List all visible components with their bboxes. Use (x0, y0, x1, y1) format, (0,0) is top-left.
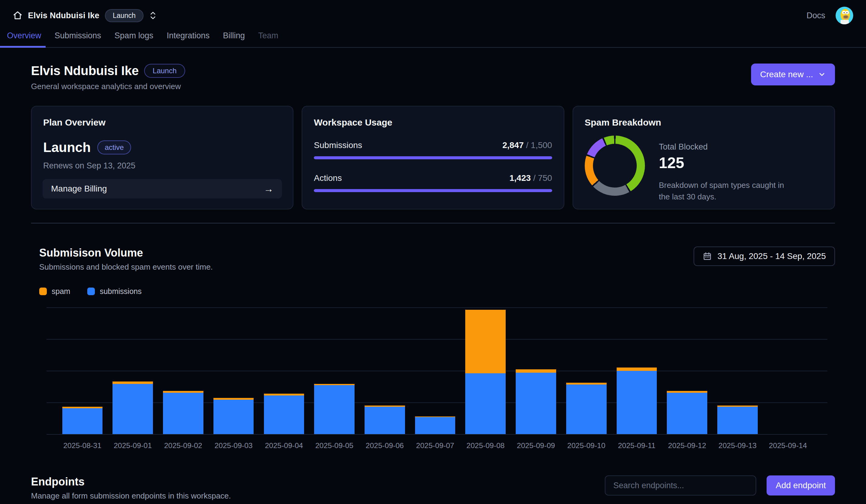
usage-row-submissions: Submissions 2,847 / 1,500 (314, 141, 552, 159)
plan-badge: Launch (105, 9, 144, 22)
submissions-segment (163, 393, 203, 434)
bar-chart-bars (46, 307, 828, 434)
submission-volume-section: Submisison Volume Submissions and blocke… (31, 247, 835, 450)
spam-description: Breakdown of spam types caught in the la… (659, 180, 793, 202)
section-divider (31, 223, 835, 223)
workspace-name: Elvis Ndubuisi Ike (28, 11, 99, 20)
date-range-text: 31 Aug, 2025 - 14 Sep, 2025 (717, 251, 826, 261)
x-tick-label: 2025-09-13 (712, 441, 763, 450)
usage-quota: / 1,500 (526, 141, 552, 150)
usage-used: 2,847 (502, 141, 524, 150)
manage-billing-button[interactable]: Manage Billing → (43, 179, 282, 199)
bar-2025-09-06 (359, 307, 410, 434)
arrow-right-icon: → (264, 184, 273, 194)
submissions-segment (566, 384, 607, 434)
bar-2025-09-13 (712, 307, 763, 434)
bar-2025-09-02 (158, 307, 208, 434)
tab-spam-logs[interactable]: Spam logs (115, 31, 154, 47)
spam-segment (617, 368, 657, 371)
submissions-segment (415, 417, 455, 434)
progress-track (314, 189, 552, 192)
x-tick-label: 2025-09-07 (410, 441, 460, 450)
page-title: Elvis Ndubuisi Ike (31, 64, 138, 78)
endpoints-section: Endpoints Manage all form submission end… (31, 475, 835, 501)
submissions-segment (516, 373, 556, 434)
x-tick-label: 2025-09-06 (359, 441, 410, 450)
x-tick-label: 2025-09-08 (460, 441, 511, 450)
legend-item-spam: spam (39, 287, 70, 296)
status-badge: active (97, 141, 131, 154)
spam-segment (516, 369, 556, 372)
usage-label: Actions (314, 173, 342, 183)
progress-track (314, 156, 552, 159)
bar-2025-09-01 (108, 307, 158, 434)
create-new-button[interactable]: Create new ... (751, 64, 835, 86)
x-tick-label: 2025-09-09 (511, 441, 561, 450)
endpoints-subtitle: Manage all form submission endpoints in … (31, 491, 231, 501)
tab-team[interactable]: Team (258, 31, 278, 47)
x-tick-label: 2025-09-01 (108, 441, 158, 450)
submissions-segment (112, 384, 153, 434)
total-blocked-value: 125 (659, 154, 793, 172)
usage-label: Submissions (314, 141, 362, 150)
bar-2025-09-09 (511, 307, 561, 434)
avatar[interactable] (836, 7, 853, 24)
submissions-segment (314, 385, 355, 434)
tab-integrations[interactable]: Integrations (167, 31, 210, 47)
spam-donut-chart (585, 136, 645, 196)
x-tick-label: 2025-09-14 (763, 441, 813, 450)
workspace-switcher-icon[interactable] (149, 11, 157, 20)
tab-billing[interactable]: Billing (223, 31, 245, 47)
workspace-usage-card: Workspace Usage Submissions 2,847 / 1,50… (302, 106, 564, 210)
plan-name: Launch (43, 140, 91, 155)
x-tick-label: 2025-09-05 (309, 441, 360, 450)
spam-segment (465, 310, 506, 373)
summary-cards: Plan Overview Launch active Renews on Se… (31, 106, 835, 210)
tab-submissions[interactable]: Submissions (55, 31, 101, 47)
create-new-label: Create new ... (760, 70, 813, 79)
add-endpoint-button[interactable]: Add endpoint (767, 475, 835, 495)
submissions-segment (365, 407, 405, 434)
top-bar: Elvis Ndubuisi Ike Launch Docs (0, 0, 866, 31)
x-tick-label: 2025-09-11 (611, 441, 662, 450)
bar-2025-09-12 (662, 307, 712, 434)
bar-2025-09-03 (208, 307, 259, 434)
legend-item-submissions: submissions (87, 287, 142, 296)
bar-2025-09-05 (309, 307, 360, 434)
bar-2025-09-04 (259, 307, 309, 434)
spam-swatch-icon (39, 288, 47, 295)
submissions-segment (213, 400, 254, 434)
volume-section-title: Submisison Volume (39, 247, 213, 259)
usage-used: 1,423 (510, 173, 531, 183)
tab-overview[interactable]: Overview (7, 31, 41, 47)
x-axis-labels: 2025-08-312025-09-012025-09-022025-09-03… (46, 441, 828, 450)
x-tick-label: 2025-09-02 (158, 441, 208, 450)
bar-2025-09-14 (763, 307, 813, 434)
docs-link[interactable]: Docs (807, 11, 825, 20)
x-tick-label: 2025-09-12 (662, 441, 712, 450)
renewal-date: Renews on Sep 13, 2025 (43, 161, 281, 170)
endpoints-title: Endpoints (31, 475, 231, 488)
bar-2025-09-11 (611, 307, 662, 434)
bar-chart-plot (46, 307, 828, 435)
x-tick-label: 2025-08-31 (57, 441, 108, 450)
submissions-segment (717, 407, 758, 434)
date-range-picker[interactable]: 31 Aug, 2025 - 14 Sep, 2025 (693, 247, 835, 266)
search-endpoints-input[interactable] (605, 475, 756, 495)
usage-row-actions: Actions 1,423 / 750 (314, 173, 552, 192)
calendar-icon (703, 252, 712, 261)
page-header: Elvis Ndubuisi Ike Launch General worksp… (31, 64, 835, 91)
volume-section-subtitle: Submissions and blocked spam events over… (39, 262, 213, 272)
manage-billing-label: Manage Billing (51, 184, 107, 194)
chevron-down-icon (818, 70, 826, 78)
submissions-segment (264, 395, 304, 434)
donut-hole (593, 144, 637, 188)
submissions-segment (617, 371, 657, 434)
submissions-segment (62, 408, 103, 434)
page-subtitle: General workspace analytics and overview (31, 82, 185, 91)
bar-2025-09-08 (460, 307, 511, 434)
bar-2025-08-31 (57, 307, 108, 434)
home-icon[interactable] (13, 11, 22, 20)
main-content: Elvis Ndubuisi Ike Launch General worksp… (0, 64, 866, 501)
total-blocked-label: Total Blocked (659, 142, 793, 152)
